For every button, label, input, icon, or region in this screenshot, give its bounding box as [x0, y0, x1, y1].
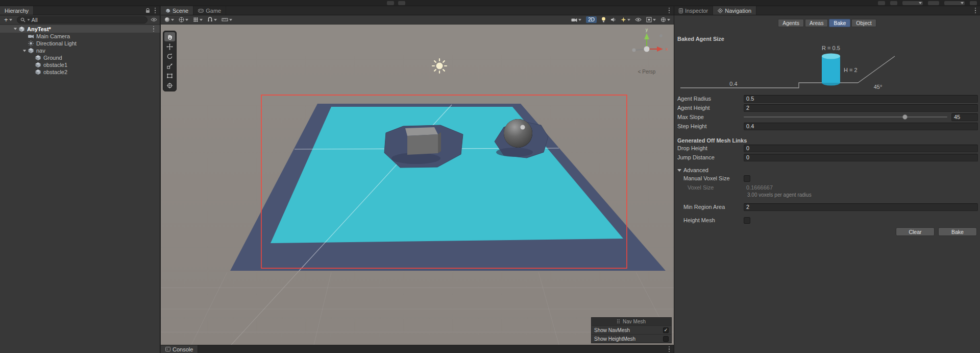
hierarchy-item-obstacle1[interactable]: obstacle1 [0, 61, 160, 68]
scene-lighting-toggle[interactable] [601, 17, 606, 23]
mode-bake-button[interactable]: Bake [829, 19, 850, 27]
console-tab-label: Console [173, 346, 193, 352]
toggle-2d-button[interactable]: 2D [586, 16, 597, 23]
panel-menu-kebab-icon[interactable] [668, 345, 671, 353]
scene-viewport[interactable]: y x < Persp Nav Mesh Show NavMesh ✓ [161, 25, 674, 345]
advanced-foldout[interactable]: Advanced [676, 167, 978, 174]
min-region-area-row: Min Region Area 2 [676, 202, 978, 211]
manual-voxel-size-checkbox[interactable] [744, 175, 750, 182]
scene-name-label: AnyTest* [27, 26, 51, 32]
rotate-tool-button[interactable] [164, 52, 175, 61]
navigation-panel: Inspector Navigation Agents Areas Bake O… [674, 6, 980, 353]
tab-game[interactable]: Game [193, 6, 226, 15]
snap-settings-dropdown[interactable] [207, 17, 217, 22]
axis-z-handle[interactable] [632, 49, 636, 52]
scene-effects-dropdown[interactable] [621, 17, 630, 22]
panel-menu-kebab-icon[interactable] [668, 7, 671, 15]
shading-mode-dropdown[interactable] [179, 17, 188, 22]
min-region-area-input[interactable]: 2 [744, 203, 978, 211]
axis-center-handle[interactable] [644, 46, 650, 52]
scene-options-kebab-icon[interactable] [152, 25, 156, 33]
obstacle-sphere[interactable] [504, 119, 532, 148]
toolbar-button-stub[interactable] [928, 1, 939, 5]
max-slope-row: Max Slope 45 [676, 112, 978, 122]
clear-button[interactable]: Clear [896, 227, 935, 236]
agent-cylinder-body [822, 56, 840, 83]
lock-icon[interactable] [145, 8, 150, 13]
tab-scene[interactable]: Scene [161, 6, 193, 15]
hierarchy-item-nav[interactable]: nav [0, 47, 160, 54]
transform-gizmo-dropdown[interactable] [222, 17, 232, 22]
max-slope-input[interactable]: 45 [951, 113, 978, 121]
grid-visibility-dropdown[interactable] [193, 17, 203, 22]
gizmos-dropdown[interactable] [660, 17, 670, 22]
agent-radius-input[interactable]: 0.5 [744, 95, 978, 103]
projection-label[interactable]: < Persp [638, 69, 656, 75]
hierarchy-item-scene[interactable]: AnyTest* [0, 25, 160, 33]
transform-tool-button[interactable] [164, 81, 175, 90]
show-navmesh-checkbox[interactable]: ✓ [663, 327, 669, 333]
navmesh-display-overlay: Nav Mesh Show NavMesh ✓ Show HeightMesh [591, 317, 672, 343]
scene-picking-eye-icon[interactable] [151, 17, 157, 22]
mode-object-button[interactable]: Object [851, 19, 876, 27]
agent-height-input[interactable]: 2 [744, 104, 978, 112]
draw-mode-dropdown[interactable] [164, 17, 174, 22]
scale-tool-button[interactable] [164, 61, 175, 70]
component-icons-dropdown[interactable] [646, 17, 656, 22]
foldout-arrow-icon[interactable] [21, 50, 28, 52]
drag-grip-icon [617, 319, 620, 324]
scene-audio-toggle[interactable] [610, 17, 616, 22]
step-height-input[interactable]: 0.4 [744, 123, 978, 130]
move-tool-button[interactable] [164, 42, 175, 51]
tab-console[interactable]: Console [161, 345, 198, 353]
scene-toolbar: 2D [161, 15, 674, 25]
toolbar-dropdown-stub[interactable] [902, 1, 923, 5]
tab-hierarchy[interactable]: Hierarchy [0, 6, 34, 15]
step-height-diagram-label: 0.4 [729, 81, 737, 87]
panel-menu-kebab-icon[interactable] [974, 7, 977, 15]
object-name-label: Ground [43, 55, 62, 61]
hierarchy-item-ground[interactable]: Ground [0, 54, 160, 61]
max-slope-slider-handle[interactable] [902, 114, 908, 120]
height-mesh-row: Height Mesh [676, 216, 978, 225]
hierarchy-item-obstacle2[interactable]: obstacle2 [0, 68, 160, 76]
obstacle-cube[interactable] [405, 127, 441, 155]
view-hand-tool-button[interactable] [164, 32, 175, 41]
toolbar-button-stub[interactable] [970, 1, 977, 5]
sun-light-gizmo-icon[interactable] [432, 59, 447, 73]
rect-tool-button[interactable] [164, 71, 175, 80]
toolbar-button-stub[interactable] [890, 1, 897, 5]
agent-height-row: Agent Height 2 [676, 103, 978, 112]
bake-button[interactable]: Bake [938, 227, 977, 236]
show-heightmesh-checkbox[interactable] [663, 336, 669, 342]
hierarchy-search-input[interactable]: All [17, 16, 148, 23]
hierarchy-item-main-camera[interactable]: Main Camera [0, 33, 160, 40]
drop-height-input[interactable]: 0 [744, 145, 978, 152]
gameobject-cube-icon [35, 69, 41, 75]
inspector-tab-icon [679, 8, 683, 13]
drop-height-label: Drop Height [676, 145, 744, 151]
scene-camera-dropdown[interactable] [571, 17, 581, 22]
toolbar-dropdown-stub[interactable] [944, 1, 965, 5]
max-slope-slider[interactable] [744, 116, 947, 117]
navmesh-overlay-header[interactable]: Nav Mesh [592, 318, 671, 325]
max-slope-value: 45 [954, 114, 960, 120]
create-object-button[interactable]: + [3, 17, 14, 23]
min-region-area-label: Min Region Area [676, 204, 744, 210]
toolbar-button-stub[interactable] [398, 1, 405, 5]
advanced-title: Advanced [683, 167, 708, 173]
foldout-arrow-icon[interactable] [12, 28, 18, 30]
tab-inspector[interactable]: Inspector [674, 6, 713, 15]
toolbar-button-stub[interactable] [878, 1, 885, 5]
panel-menu-kebab-icon[interactable] [154, 7, 157, 15]
mode-agents-button[interactable]: Agents [778, 19, 804, 27]
scene-visibility-toggle[interactable] [635, 17, 642, 22]
tab-navigation[interactable]: Navigation [713, 6, 756, 15]
toolbar-button-stub[interactable] [387, 1, 394, 5]
agent-radius-value: 0.5 [746, 96, 754, 102]
mode-areas-button[interactable]: Areas [805, 19, 828, 27]
jump-distance-input[interactable]: 0 [744, 154, 978, 161]
hierarchy-tab-label: Hierarchy [5, 8, 29, 14]
hierarchy-item-directional-light[interactable]: Directional Light [0, 40, 160, 47]
height-mesh-checkbox[interactable] [744, 217, 750, 224]
